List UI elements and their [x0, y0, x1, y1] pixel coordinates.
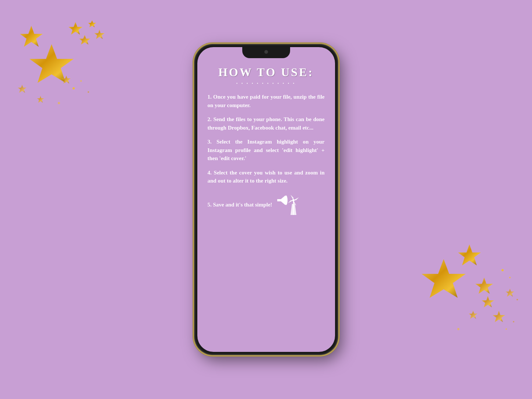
step-1-number: 1. — [208, 94, 214, 100]
svg-marker-1 — [20, 26, 43, 47]
svg-marker-17 — [493, 311, 505, 322]
svg-marker-8 — [37, 96, 44, 103]
camera-dot — [264, 50, 268, 54]
windmill-icon — [276, 191, 299, 219]
svg-marker-3 — [79, 35, 90, 45]
svg-point-10 — [80, 80, 82, 82]
svg-marker-5 — [94, 29, 105, 39]
step-4: 4. Select the cover you wish to use and … — [208, 169, 325, 185]
step-2-text: Send the files to your phone. This can b… — [208, 116, 325, 131]
svg-point-25 — [513, 321, 514, 322]
step-2-number: 2. — [208, 116, 214, 122]
step-1: 1. Once you have paid for your file, unz… — [208, 93, 325, 109]
svg-marker-2 — [68, 22, 82, 35]
svg-point-34 — [292, 199, 295, 201]
svg-point-24 — [505, 328, 507, 330]
svg-marker-13 — [422, 259, 466, 298]
svg-rect-27 — [277, 199, 278, 201]
phone-notch — [242, 47, 290, 58]
svg-marker-4 — [88, 20, 96, 27]
step-3-text: Select the Instagram highlight on your I… — [208, 139, 325, 161]
svg-marker-19 — [505, 289, 514, 297]
stars-right-decoration — [414, 237, 525, 377]
svg-marker-18 — [469, 311, 478, 319]
phone-mockup: HOW TO USE: • • • • • • • • • • • • 1. O… — [194, 44, 338, 355]
step-2: 2. Send the files to your phone. This ca… — [208, 115, 325, 132]
step-5: 5. Save and it's that simple! — [208, 191, 325, 219]
svg-point-12 — [58, 102, 60, 104]
step-3: 3. Select the Instagram highlight on you… — [208, 138, 325, 163]
step-3-number: 3. — [208, 139, 216, 145]
svg-marker-15 — [475, 278, 493, 294]
svg-marker-0 — [29, 44, 74, 83]
step-5-number: 5. — [208, 201, 213, 207]
svg-marker-16 — [482, 296, 494, 307]
stars-left-decoration — [11, 15, 114, 155]
svg-marker-35 — [290, 204, 296, 215]
svg-point-20 — [501, 269, 504, 271]
svg-marker-7 — [18, 85, 27, 93]
phone-frame: HOW TO USE: • • • • • • • • • • • • 1. O… — [194, 44, 338, 355]
svg-point-22 — [517, 299, 518, 300]
svg-point-11 — [88, 91, 89, 93]
svg-point-23 — [457, 328, 459, 330]
screen-content: HOW TO USE: • • • • • • • • • • • • 1. O… — [197, 47, 335, 352]
page-title: HOW TO USE: — [208, 66, 325, 79]
dots-divider: • • • • • • • • • • • • — [208, 81, 325, 85]
svg-marker-26 — [277, 195, 285, 205]
svg-marker-14 — [458, 244, 481, 265]
step-5-text: Save and it's that simple! — [213, 201, 272, 207]
step-4-number: 4. — [208, 170, 214, 176]
svg-point-21 — [509, 277, 511, 278]
step-4-text: Select the cover you wish to use and zoo… — [208, 170, 325, 184]
phone-screen: HOW TO USE: • • • • • • • • • • • • 1. O… — [197, 47, 335, 352]
step-1-text: Once you have paid for your file, unzip … — [208, 94, 325, 108]
svg-point-9 — [73, 87, 75, 89]
svg-point-28 — [285, 195, 288, 205]
